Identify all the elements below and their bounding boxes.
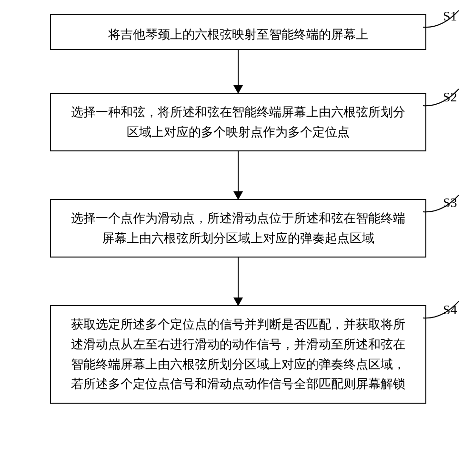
label-s1: S1 xyxy=(443,9,457,24)
step-s4-text: 获取选定所述多个定位点的信号并判断是否匹配，并获取将所述滑动点从左至右进行滑动的… xyxy=(71,317,405,391)
flow-step-s3: 选择一个点作为滑动点，所述滑动点位于所述和弦在智能终端屏幕上由六根弦所划分区域上… xyxy=(50,199,426,258)
step-s3-text: 选择一个点作为滑动点，所述滑动点位于所述和弦在智能终端屏幕上由六根弦所划分区域上… xyxy=(71,211,405,245)
flow-step-s2: 选择一种和弦，将所述和弦在智能终端屏幕上由六根弦所划分区域上对应的多个映射点作为… xyxy=(50,93,426,151)
arrow-s2-s3 xyxy=(238,151,239,199)
step-s2-text: 选择一种和弦，将所述和弦在智能终端屏幕上由六根弦所划分区域上对应的多个映射点作为… xyxy=(71,105,405,139)
label-s2: S2 xyxy=(443,89,457,105)
flow-step-s4: 获取选定所述多个定位点的信号并判断是否匹配，并获取将所述滑动点从左至右进行滑动的… xyxy=(50,305,426,403)
label-s4: S4 xyxy=(443,302,457,317)
arrow-s1-s2 xyxy=(238,50,239,93)
label-s3: S3 xyxy=(443,195,457,210)
flow-step-s1: 将吉他琴颈上的六根弦映射至智能终端的屏幕上 xyxy=(50,14,426,50)
arrow-s3-s4 xyxy=(238,258,239,305)
flowchart-container: 将吉他琴颈上的六根弦映射至智能终端的屏幕上 S1 选择一种和弦，将所述和弦在智能… xyxy=(24,14,453,404)
step-s1-text: 将吉他琴颈上的六根弦映射至智能终端的屏幕上 xyxy=(108,28,368,41)
